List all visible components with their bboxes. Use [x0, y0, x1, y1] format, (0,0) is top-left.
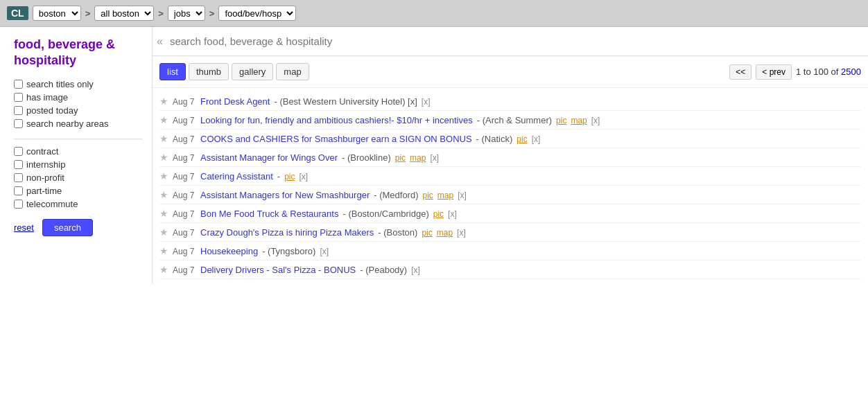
listing-remove[interactable]: [x] [532, 134, 541, 144]
star-icon[interactable]: ★ [159, 96, 168, 107]
listing-title-link[interactable]: Housekeeping [200, 246, 258, 256]
listing-map-link[interactable]: map [437, 228, 453, 238]
listing-map-link[interactable]: map [571, 116, 587, 125]
listing-remove[interactable]: [x] [458, 191, 467, 200]
filter-internship[interactable]: internship [14, 159, 142, 170]
listing-remove[interactable]: [x] [457, 228, 466, 238]
listing-remove[interactable]: [x] [430, 153, 439, 163]
first-page-button[interactable]: << [729, 64, 752, 80]
star-icon[interactable]: ★ [159, 245, 168, 256]
location-select[interactable]: boston [33, 6, 81, 21]
category-group-select[interactable]: jobs [168, 6, 205, 21]
listing-map-link[interactable]: map [437, 191, 453, 200]
listing-date: Aug 7 [173, 265, 196, 275]
filter-telecommute[interactable]: telecommute [14, 199, 142, 209]
star-icon[interactable]: ★ [159, 264, 168, 275]
star-icon[interactable]: ★ [159, 208, 168, 219]
area-select[interactable]: all boston [94, 6, 154, 21]
prev-page-button[interactable]: < prev [756, 64, 792, 80]
listing-row: ★Aug 7Assistant Manager for Wings Over -… [159, 148, 861, 167]
listing-pic-link[interactable]: pic [423, 191, 433, 200]
listing-meta: - [277, 171, 280, 182]
filter-titles-only[interactable]: search titles only [14, 79, 142, 89]
view-thumb-button[interactable]: thumb [189, 63, 229, 80]
listing-row: ★Aug 7Crazy Dough's Pizza is hiring Pizz… [159, 223, 861, 242]
label-has-image: has image [26, 92, 68, 103]
filter-has-image[interactable]: has image [14, 92, 142, 103]
search-input[interactable] [167, 34, 861, 48]
filter-nonprofit[interactable]: non-profit [14, 173, 142, 183]
listing-remove[interactable]: [x] [411, 265, 420, 275]
star-icon[interactable]: ★ [159, 152, 168, 163]
listing-pic-link[interactable]: pic [433, 209, 444, 219]
listing-title-link[interactable]: Crazy Dough's Pizza is hiring Pizza Make… [200, 227, 374, 238]
star-icon[interactable]: ★ [159, 114, 168, 125]
listing-meta: - (Best Western University Hotel) [x] [274, 96, 417, 107]
checkbox-posted-today[interactable] [14, 106, 23, 115]
star-icon[interactable]: ★ [159, 189, 168, 200]
listing-row: ★Aug 7Housekeeping - (Tyngsboro)[x] [159, 242, 861, 261]
listing-row: ★Aug 7Catering Assistant -pic[x] [159, 167, 861, 186]
filter-contract[interactable]: contract [14, 146, 142, 157]
cl-logo: CL [7, 6, 28, 20]
view-map-button[interactable]: map [276, 63, 309, 80]
star-icon[interactable]: ★ [159, 133, 168, 144]
checkbox-titles-only[interactable] [14, 80, 23, 89]
nav-arrow-1: > [85, 8, 91, 19]
collapse-icon[interactable]: « [157, 35, 163, 48]
listing-title-link[interactable]: Catering Assistant [200, 171, 273, 182]
checkbox-telecommute[interactable] [14, 200, 23, 209]
listing-date: Aug 7 [173, 134, 196, 144]
filter-nearby[interactable]: search nearby areas [14, 118, 142, 129]
listing-pic-link[interactable]: pic [284, 172, 295, 182]
main-container: food, beverage &hospitality search title… [0, 27, 868, 283]
checkbox-internship[interactable] [14, 160, 23, 169]
label-parttime: part-time [26, 186, 62, 196]
listing-pic-link[interactable]: pic [517, 134, 527, 144]
label-nonprofit: non-profit [26, 173, 64, 183]
view-list-button[interactable]: list [159, 63, 186, 80]
checkbox-contract[interactable] [14, 147, 23, 156]
listing-title-link[interactable]: Front Desk Agent [200, 96, 270, 107]
listing-remove[interactable]: [x] [591, 116, 600, 125]
search-bar-row: « [153, 27, 868, 56]
listing-pic-link[interactable]: pic [556, 116, 566, 125]
listing-remove[interactable]: [x] [422, 97, 431, 107]
nav-arrow-2: > [158, 8, 164, 19]
checkbox-parttime[interactable] [14, 186, 23, 195]
listing-title-link[interactable]: Assistant Managers for New Smashburger [200, 190, 370, 200]
listing-title-link[interactable]: Looking for fun, friendly and ambitious … [200, 115, 473, 125]
listing-title-link[interactable]: COOKS and CASHIERS for Smashburger earn … [200, 134, 472, 144]
listing-pic-link[interactable]: pic [422, 228, 432, 238]
checkbox-has-image[interactable] [14, 93, 23, 102]
listing-meta: - (Tyngsboro) [262, 246, 315, 256]
listing-title-link[interactable]: Bon Me Food Truck & Restaurants [200, 209, 338, 219]
listing-remove[interactable]: [x] [299, 172, 308, 182]
checkbox-nearby[interactable] [14, 119, 23, 128]
listing-remove[interactable]: [x] [448, 209, 457, 219]
listing-title-link[interactable]: Assistant Manager for Wings Over [200, 152, 338, 163]
view-gallery-button[interactable]: gallery [232, 63, 273, 80]
listing-date: Aug 7 [173, 228, 196, 238]
filter-parttime[interactable]: part-time [14, 186, 142, 196]
listing-map-link[interactable]: map [410, 153, 426, 163]
sidebar-divider [14, 139, 142, 139]
listing-meta: - (Boston) [378, 227, 417, 238]
reset-button[interactable]: reset [14, 222, 34, 233]
listing-row: ★Aug 7COOKS and CASHIERS for Smashburger… [159, 130, 861, 148]
sidebar-title: food, beverage &hospitality [14, 37, 142, 69]
category-select[interactable]: food/bev/hosp [218, 6, 296, 21]
listing-remove[interactable]: [x] [320, 247, 329, 256]
star-icon[interactable]: ★ [159, 170, 168, 182]
listing-pic-link[interactable]: pic [395, 153, 406, 163]
listing-title-link[interactable]: Delivery Drivers - Sal's Pizza - BONUS [200, 265, 356, 275]
total-count-link[interactable]: 2500 [841, 67, 861, 77]
listing-row: ★Aug 7Bon Me Food Truck & Restaurants - … [159, 204, 861, 223]
star-icon[interactable]: ★ [159, 227, 168, 238]
listings-container: ★Aug 7Front Desk Agent - (Best Western U… [153, 88, 868, 283]
listing-meta: - (Medford) [374, 190, 418, 200]
listing-meta: - (Boston/Cambridge) [342, 209, 428, 219]
checkbox-nonprofit[interactable] [14, 173, 23, 182]
filter-posted-today[interactable]: posted today [14, 105, 142, 116]
search-button[interactable]: search [42, 219, 93, 236]
